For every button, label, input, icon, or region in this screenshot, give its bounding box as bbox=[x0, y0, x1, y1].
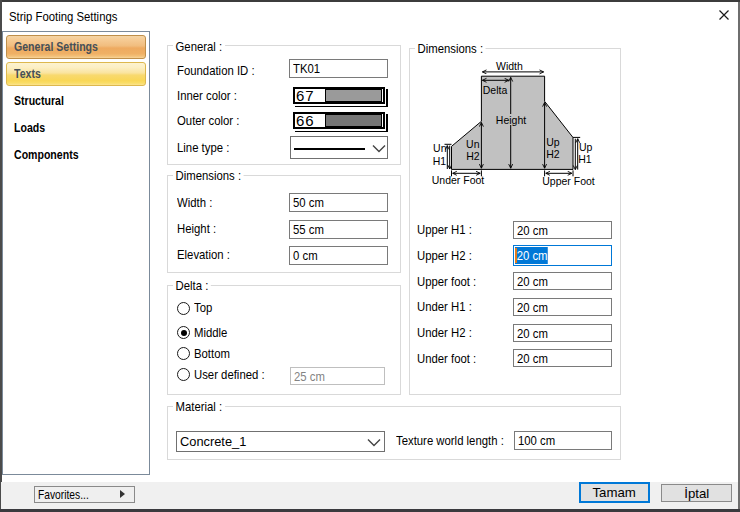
svg-text:Under Foot: Under Foot bbox=[432, 174, 485, 186]
svg-text:Height: Height bbox=[496, 114, 526, 126]
svg-text:Upper Foot: Upper Foot bbox=[542, 175, 595, 187]
svg-text:Up: Up bbox=[579, 141, 593, 153]
svg-text:H2: H2 bbox=[546, 148, 560, 160]
svg-text:H2: H2 bbox=[466, 150, 480, 162]
svg-text:Un: Un bbox=[433, 142, 447, 154]
svg-text:Un: Un bbox=[466, 138, 480, 150]
svg-text:Up: Up bbox=[546, 136, 560, 148]
svg-text:H1: H1 bbox=[433, 155, 447, 167]
svg-text:H1: H1 bbox=[578, 153, 592, 165]
svg-text:Width: Width bbox=[496, 60, 523, 72]
svg-text:Delta: Delta bbox=[483, 84, 508, 96]
